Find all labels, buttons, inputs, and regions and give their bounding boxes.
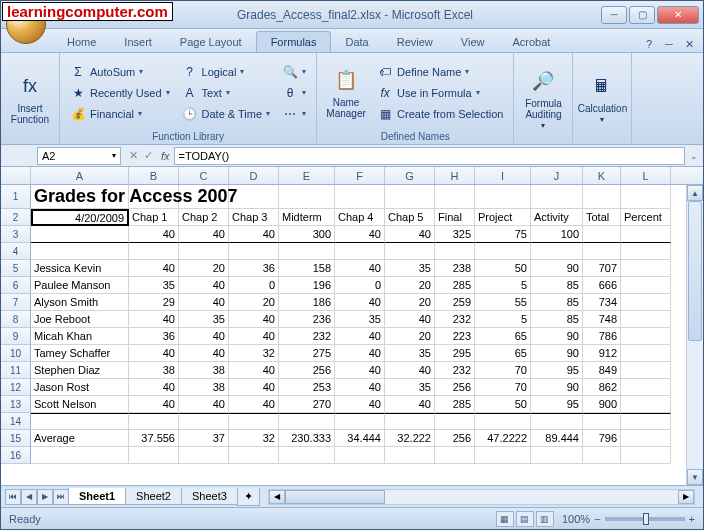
cell[interactable]: Grades for Access 2007 bbox=[31, 185, 129, 209]
close-button[interactable]: ✕ bbox=[657, 6, 699, 24]
cell[interactable]: Final bbox=[435, 209, 475, 226]
tab-review[interactable]: Review bbox=[383, 32, 447, 52]
tab-home[interactable]: Home bbox=[53, 32, 110, 52]
cell[interactable] bbox=[583, 447, 621, 464]
cell[interactable]: 47.2222 bbox=[475, 430, 531, 447]
cell[interactable] bbox=[229, 447, 279, 464]
close-doc-icon[interactable]: ✕ bbox=[681, 36, 697, 52]
cell[interactable]: 285 bbox=[435, 396, 475, 413]
cell[interactable]: 0 bbox=[335, 277, 385, 294]
cell[interactable]: 35 bbox=[335, 311, 385, 328]
col-header-b[interactable]: B bbox=[129, 167, 179, 184]
row-header[interactable]: 2 bbox=[1, 209, 31, 226]
cell[interactable]: 40 bbox=[385, 396, 435, 413]
row-header[interactable]: 15 bbox=[1, 430, 31, 447]
cell[interactable]: 4/20/2009 bbox=[31, 209, 129, 226]
formula-input[interactable]: =TODAY() bbox=[174, 147, 685, 165]
cell[interactable]: 50 bbox=[475, 396, 531, 413]
cell[interactable]: 196 bbox=[279, 277, 335, 294]
math-trig-button[interactable]: θ▾ bbox=[278, 83, 310, 103]
scroll-down-icon[interactable]: ▼ bbox=[687, 469, 703, 485]
minimize-button[interactable]: ─ bbox=[601, 6, 627, 24]
cell[interactable]: 40 bbox=[335, 328, 385, 345]
col-header-g[interactable]: G bbox=[385, 167, 435, 184]
cell[interactable]: 186 bbox=[279, 294, 335, 311]
cell[interactable] bbox=[621, 413, 671, 430]
cell[interactable]: 35 bbox=[179, 311, 229, 328]
prev-sheet-icon[interactable]: ◀ bbox=[21, 489, 37, 505]
cell[interactable] bbox=[621, 311, 671, 328]
sheet-tab-1[interactable]: Sheet1 bbox=[68, 488, 126, 505]
cell[interactable]: Chap 2 bbox=[179, 209, 229, 226]
col-header-d[interactable]: D bbox=[229, 167, 279, 184]
cell[interactable] bbox=[129, 243, 179, 260]
cell[interactable]: 0 bbox=[229, 277, 279, 294]
cell[interactable]: 40 bbox=[129, 396, 179, 413]
cell[interactable] bbox=[531, 447, 583, 464]
row-header[interactable]: 8 bbox=[1, 311, 31, 328]
cell[interactable]: 5 bbox=[475, 311, 531, 328]
cell[interactable]: 158 bbox=[279, 260, 335, 277]
cell[interactable]: 32 bbox=[229, 430, 279, 447]
cell[interactable]: 70 bbox=[475, 379, 531, 396]
normal-view-icon[interactable]: ▦ bbox=[496, 511, 514, 527]
row-header[interactable]: 7 bbox=[1, 294, 31, 311]
zoom-slider[interactable] bbox=[605, 517, 685, 521]
cell[interactable]: 275 bbox=[279, 345, 335, 362]
cell[interactable]: Chap 5 bbox=[385, 209, 435, 226]
col-header-e[interactable]: E bbox=[279, 167, 335, 184]
cell[interactable]: 285 bbox=[435, 277, 475, 294]
cell[interactable]: 5 bbox=[475, 277, 531, 294]
cell[interactable]: Joe Reboot bbox=[31, 311, 129, 328]
recently-used-button[interactable]: ★Recently Used▾ bbox=[66, 83, 174, 103]
cell[interactable]: 40 bbox=[229, 226, 279, 243]
date-time-button[interactable]: 🕒Date & Time▾ bbox=[178, 104, 275, 124]
cell[interactable]: 256 bbox=[279, 362, 335, 379]
row-header[interactable]: 16 bbox=[1, 447, 31, 464]
cell[interactable] bbox=[435, 413, 475, 430]
cell[interactable] bbox=[279, 185, 335, 209]
cell[interactable] bbox=[335, 413, 385, 430]
cell[interactable]: 862 bbox=[583, 379, 621, 396]
cell[interactable]: 90 bbox=[531, 260, 583, 277]
cell[interactable]: 786 bbox=[583, 328, 621, 345]
cell[interactable]: 40 bbox=[179, 294, 229, 311]
cell[interactable] bbox=[621, 260, 671, 277]
row-header[interactable]: 5 bbox=[1, 260, 31, 277]
cell[interactable]: 40 bbox=[385, 362, 435, 379]
create-from-selection-button[interactable]: ▦Create from Selection bbox=[373, 104, 507, 124]
cell[interactable]: 223 bbox=[435, 328, 475, 345]
cell[interactable] bbox=[475, 243, 531, 260]
cell[interactable] bbox=[31, 226, 129, 243]
cell[interactable] bbox=[475, 185, 531, 209]
cell[interactable] bbox=[621, 447, 671, 464]
enter-formula-icon[interactable]: ✓ bbox=[144, 149, 153, 162]
col-header-k[interactable]: K bbox=[583, 167, 621, 184]
fx-label-icon[interactable]: fx bbox=[161, 150, 170, 162]
zoom-in-icon[interactable]: + bbox=[689, 513, 695, 525]
cell[interactable]: 40 bbox=[129, 311, 179, 328]
page-break-view-icon[interactable]: ▥ bbox=[536, 511, 554, 527]
expand-formula-bar-icon[interactable]: ⌄ bbox=[685, 151, 703, 161]
cell[interactable]: 37.556 bbox=[129, 430, 179, 447]
cell[interactable]: 40 bbox=[335, 379, 385, 396]
col-header-f[interactable]: F bbox=[335, 167, 385, 184]
zoom-out-icon[interactable]: − bbox=[594, 513, 600, 525]
cell[interactable]: 232 bbox=[279, 328, 335, 345]
cell[interactable] bbox=[335, 185, 385, 209]
cell[interactable]: 40 bbox=[129, 345, 179, 362]
cell[interactable]: 40 bbox=[129, 379, 179, 396]
cell[interactable]: Project bbox=[475, 209, 531, 226]
cell[interactable] bbox=[435, 447, 475, 464]
insert-function-button[interactable]: fx Insert Function bbox=[7, 56, 53, 142]
cell[interactable]: Percent bbox=[621, 209, 671, 226]
hscroll-thumb[interactable] bbox=[285, 490, 385, 504]
row-header[interactable]: 4 bbox=[1, 243, 31, 260]
name-manager-button[interactable]: 📋 Name Manager bbox=[323, 56, 369, 129]
cell[interactable]: Tamey Schaffer bbox=[31, 345, 129, 362]
cell[interactable]: 40 bbox=[385, 226, 435, 243]
cell[interactable]: 35 bbox=[385, 345, 435, 362]
maximize-button[interactable]: ▢ bbox=[629, 6, 655, 24]
cell[interactable]: 40 bbox=[229, 396, 279, 413]
cell[interactable] bbox=[475, 413, 531, 430]
